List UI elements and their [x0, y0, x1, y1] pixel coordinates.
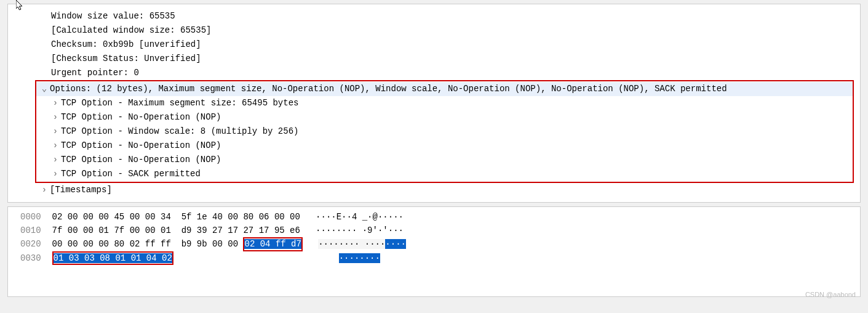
tcp-option-mss[interactable]: › TCP Option - Maximum segment size: 654…: [36, 96, 853, 110]
packet-bytes-panel: 000002 00 00 00 45 00 00 34 5f 1e 40 00 …: [7, 206, 861, 297]
hex-row[interactable]: 000002 00 00 00 45 00 00 34 5f 1e 40 00 …: [8, 211, 860, 224]
annotation-red-box-hex: 02 04 ff d7: [243, 237, 302, 251]
packet-details-panel: Window size value: 65535 [Calculated win…: [7, 4, 861, 203]
watermark: CSDN @aabond: [805, 291, 856, 298]
tcp-checksum-status[interactable]: [Checksum Status: Unverified]: [8, 52, 860, 66]
tcp-window-size[interactable]: Window size value: 65535: [8, 9, 860, 23]
annotation-red-box: ⌄ Options: (12 bytes), Maximum segment s…: [35, 80, 854, 183]
tcp-urgent-pointer[interactable]: Urgent pointer: 0: [8, 66, 860, 80]
collapse-toggle-icon[interactable]: ⌄: [40, 83, 49, 96]
tcp-timestamps[interactable]: › [Timestamps]: [8, 183, 860, 197]
expand-toggle-icon[interactable]: ›: [51, 125, 60, 138]
hex-offset: 0000: [20, 212, 41, 222]
tcp-option-nop[interactable]: › TCP Option - No-Operation (NOP): [36, 110, 853, 124]
tcp-option-sack[interactable]: › TCP Option - SACK permitted: [36, 167, 853, 181]
expand-toggle-icon[interactable]: ›: [51, 139, 60, 152]
tcp-checksum[interactable]: Checksum: 0xb99b [unverified]: [8, 38, 860, 52]
hex-offset: 0020: [20, 239, 41, 249]
hex-offset: 0010: [20, 226, 41, 235]
hex-offset: 0030: [20, 253, 41, 263]
hex-row[interactable]: 00107f 00 00 01 7f 00 00 01 d9 39 27 17 …: [8, 224, 860, 238]
expand-toggle-icon[interactable]: ›: [40, 184, 49, 197]
expand-toggle-icon[interactable]: ›: [51, 153, 60, 166]
selected-ascii: ········: [339, 253, 380, 263]
hex-row[interactable]: 003001 03 03 08 01 01 04 02 ········: [8, 251, 860, 266]
mouse-cursor-icon: [16, 0, 23, 11]
tcp-option-nop[interactable]: › TCP Option - No-Operation (NOP): [36, 153, 853, 167]
selected-ascii: ····: [385, 239, 406, 249]
expand-toggle-icon[interactable]: ›: [51, 168, 60, 181]
expand-toggle-icon[interactable]: ›: [51, 111, 60, 124]
selected-bytes: 01 03 03 08 01 01 04 02: [54, 253, 172, 263]
expand-toggle-icon[interactable]: ›: [51, 97, 60, 110]
annotation-red-box-hex: 01 03 03 08 01 01 04 02: [52, 251, 173, 265]
tcp-calc-window-size[interactable]: [Calculated window size: 65535]: [8, 23, 860, 38]
tcp-option-window-scale[interactable]: › TCP Option - Window scale: 8 (multiply…: [36, 124, 853, 139]
tcp-options-header[interactable]: ⌄ Options: (12 bytes), Maximum segment s…: [36, 82, 853, 96]
tcp-option-nop[interactable]: › TCP Option - No-Operation (NOP): [36, 139, 853, 153]
hex-row[interactable]: 002000 00 00 00 80 02 ff ff b9 9b 00 00 …: [8, 237, 860, 251]
selected-bytes: 02 04 ff d7: [244, 239, 301, 249]
